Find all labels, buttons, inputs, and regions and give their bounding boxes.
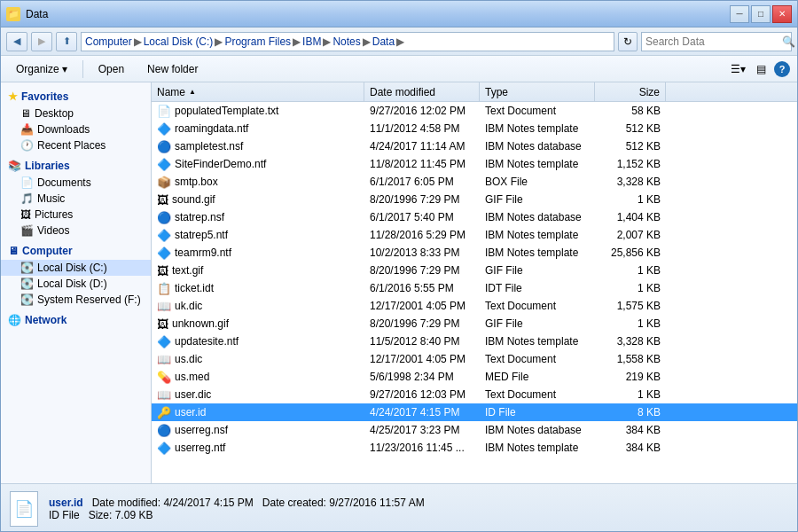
sidebar-item-documents[interactable]: 📄 Documents [1, 175, 151, 191]
file-name-cell: 🔷 userreg.ntf [152, 439, 364, 457]
back-button[interactable]: ◀ [6, 32, 27, 51]
file-type-cell: IBM Notes template [480, 439, 595, 457]
sidebar-item-music[interactable]: 🎵 Music [1, 191, 151, 207]
table-row[interactable]: 🔷 SiteFinderDemo.ntf 11/8/2012 11:45 PM … [152, 155, 797, 173]
col-header-date[interactable]: Date modified [364, 82, 480, 101]
file-date-cell: 11/1/2012 4:58 PM [364, 120, 480, 137]
title-controls: ─ □ ✕ [730, 5, 792, 23]
file-type-cell: IBM Notes template [480, 226, 595, 244]
col-header-size[interactable]: Size [595, 82, 666, 101]
window-icon: 📁 [6, 7, 20, 21]
sort-arrow: ▲ [189, 88, 196, 96]
file-date-cell: 11/5/2012 8:40 PM [364, 332, 480, 350]
breadcrumb-programfiles[interactable]: Program Files [224, 35, 291, 48]
breadcrumb-computer[interactable]: Computer [85, 35, 132, 48]
col-header-type[interactable]: Type [480, 82, 595, 101]
file-size-cell: 384 KB [595, 439, 666, 457]
organize-button[interactable]: Organize ▾ [8, 59, 75, 79]
table-row[interactable]: 🖼 sound.gif 8/20/1996 7:29 PM GIF File 1… [152, 191, 797, 208]
file-icon: 🖼 [157, 193, 168, 207]
network-icon: 🌐 [8, 314, 21, 326]
table-row[interactable]: 🖼 unknown.gif 8/20/1996 7:29 PM GIF File… [152, 315, 797, 332]
table-row[interactable]: 🖼 text.gif 8/20/1996 7:29 PM GIF File 1 … [152, 262, 797, 279]
sidebar-item-pictures[interactable]: 🖼 Pictures [1, 207, 151, 223]
sidebar-item-videos[interactable]: 🎬 Videos [1, 223, 151, 239]
file-type-cell: IBM Notes template [480, 120, 595, 137]
sidebar-item-downloads[interactable]: 📥 Downloads [1, 121, 151, 137]
help-button[interactable]: ? [774, 61, 790, 77]
col-header-name[interactable]: Name ▲ [152, 82, 364, 101]
downloads-icon: 📥 [20, 123, 34, 136]
file-icon: 🔵 [157, 140, 171, 153]
breadcrumb-localdisk[interactable]: Local Disk (C:) [144, 35, 214, 48]
disk-d-icon: 💽 [20, 278, 34, 290]
file-date-cell: 11/23/2016 11:45 ... [364, 439, 480, 457]
file-type-cell: IBM Notes database [480, 421, 595, 439]
breadcrumb-ibm[interactable]: IBM [302, 35, 321, 48]
new-folder-button[interactable]: New folder [139, 59, 206, 79]
refresh-button[interactable]: ↻ [618, 32, 638, 51]
star-icon: ★ [8, 90, 18, 103]
sidebar-computer-header[interactable]: 🖥 Computer [1, 242, 151, 260]
file-date-cell: 4/24/2017 11:14 AM [364, 137, 480, 155]
sidebar-item-local-disk-c[interactable]: 💽 Local Disk (C:) [1, 260, 151, 276]
file-name-cell: 📖 us.dic [152, 350, 364, 368]
file-date-cell: 10/2/2013 8:33 PM [364, 244, 480, 262]
file-name-cell: 🔵 statrep.nsf [152, 208, 364, 226]
table-row[interactable]: 📖 uk.dic 12/17/2001 4:05 PM Text Documen… [152, 297, 797, 315]
table-row[interactable]: 🔵 statrep.nsf 6/1/2017 5:40 PM IBM Notes… [152, 208, 797, 226]
file-type-cell: Text Document [480, 102, 595, 120]
open-button[interactable]: Open [90, 59, 132, 79]
table-row[interactable]: 🔷 statrep5.ntf 11/28/2016 5:29 PM IBM No… [152, 226, 797, 244]
sidebar-item-recent-places[interactable]: 🕐 Recent Places [1, 137, 151, 153]
table-row[interactable]: 🔷 updatesite.ntf 11/5/2012 8:40 PM IBM N… [152, 332, 797, 350]
file-list-header: Name ▲ Date modified Type Size [152, 82, 797, 102]
file-icon: 🔑 [157, 406, 171, 419]
sidebar-item-system-reserved[interactable]: 💽 System Reserved (F:) [1, 292, 151, 308]
file-icon: 💊 [157, 371, 171, 384]
table-row[interactable]: 📖 user.dic 9/27/2016 12:03 PM Text Docum… [152, 386, 797, 403]
desktop-icon: 🖥 [20, 107, 31, 120]
file-size-cell: 1,575 KB [595, 297, 666, 315]
computer-icon: 🖥 [8, 245, 19, 257]
table-row[interactable]: 🔷 roamingdata.ntf 11/1/2012 4:58 PM IBM … [152, 120, 797, 137]
status-date-modified: Date modified: 4/24/2017 4:15 PM [92, 497, 254, 509]
table-row[interactable]: 📄 populatedTemplate.txt 9/27/2016 12:02 … [152, 102, 797, 120]
breadcrumb-data[interactable]: Data [372, 35, 395, 48]
table-row[interactable]: 🔵 userreg.nsf 4/25/2017 3:23 PM IBM Note… [152, 421, 797, 439]
file-icon: 🖼 [157, 317, 168, 331]
table-row[interactable]: 📖 us.dic 12/17/2001 4:05 PM Text Documen… [152, 350, 797, 368]
search-icon: 🔍 [782, 35, 795, 48]
preview-pane-button[interactable]: ▤ [751, 59, 771, 79]
file-date-cell: 9/27/2016 12:03 PM [364, 386, 480, 403]
documents-icon: 📄 [20, 176, 34, 189]
sidebar-section-libraries: 📚 Libraries 📄 Documents 🎵 Music 🖼 Pictur… [1, 157, 151, 239]
table-row[interactable]: 🔑 user.id 4/24/2017 4:15 PM ID File 8 KB [152, 403, 797, 421]
forward-button[interactable]: ▶ [31, 32, 52, 51]
table-row[interactable]: 📦 smtp.box 6/1/2017 6:05 PM BOX File 3,3… [152, 173, 797, 191]
title-bar: 📁 Data ─ □ ✕ [1, 1, 797, 27]
minimize-button[interactable]: ─ [730, 5, 749, 23]
close-button[interactable]: ✕ [772, 5, 792, 23]
file-type-cell: IBM Notes template [480, 244, 595, 262]
table-row[interactable]: 🔷 userreg.ntf 11/23/2016 11:45 ... IBM N… [152, 439, 797, 457]
table-row[interactable]: 💊 us.med 5/6/1998 2:34 PM MED File 219 K… [152, 368, 797, 386]
sidebar-item-desktop[interactable]: 🖥 Desktop [1, 106, 151, 121]
file-name-cell: 🖼 text.gif [152, 262, 364, 279]
search-input[interactable] [645, 35, 778, 48]
table-row[interactable]: 🔵 sampletest.nsf 4/24/2017 11:14 AM IBM … [152, 137, 797, 155]
file-size-cell: 1 KB [595, 191, 666, 208]
sidebar-favorites-header[interactable]: ★ Favorites [1, 88, 151, 106]
sidebar-network-header[interactable]: 🌐 Network [1, 311, 151, 329]
sidebar-libraries-header[interactable]: 📚 Libraries [1, 157, 151, 175]
table-row[interactable]: 📋 ticket.idt 6/1/2016 5:55 PM IDT File 1… [152, 279, 797, 297]
breadcrumb-notes[interactable]: Notes [332, 35, 360, 48]
up-button[interactable]: ⬆ [56, 32, 77, 51]
sidebar-item-local-disk-d[interactable]: 💽 Local Disk (D:) [1, 276, 151, 292]
view-options-button[interactable]: ☰▾ [728, 59, 747, 79]
file-icon: 🔷 [157, 442, 171, 455]
status-file-icon: 📄 [10, 491, 38, 527]
table-row[interactable]: 🔷 teamrm9.ntf 10/2/2013 8:33 PM IBM Note… [152, 244, 797, 262]
maximize-button[interactable]: □ [751, 5, 771, 23]
status-date-created: Date created: 9/27/2016 11:57 AM [262, 497, 425, 509]
